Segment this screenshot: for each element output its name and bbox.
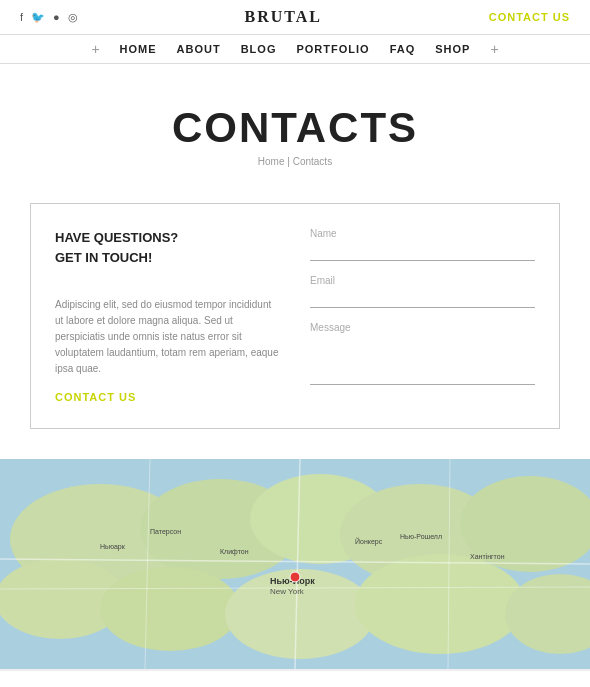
contact-section: HAVE QUESTIONS? GET IN TOUCH! Adipiscing… [0, 183, 590, 459]
contact-heading: HAVE QUESTIONS? GET IN TOUCH! [55, 228, 280, 267]
nav-blog[interactable]: BLOG [241, 43, 277, 55]
social-icons: f 🐦 ● ◎ [20, 11, 78, 24]
breadcrumb-current: Contacts [293, 156, 332, 167]
nav-shop[interactable]: SHOP [435, 43, 470, 55]
main-nav: + HOME ABOUT BLOG PORTFOLIO FAQ SHOP + [0, 35, 590, 64]
breadcrumb-home[interactable]: Home [258, 156, 285, 167]
twitter-icon[interactable]: 🐦 [31, 11, 45, 24]
svg-text:Хантінгтон: Хантінгтон [470, 553, 505, 560]
contact-right: Name Email Message [310, 228, 535, 404]
svg-text:Клифтон: Клифтон [220, 548, 249, 556]
svg-text:Йонкерс: Йонкерс [355, 537, 383, 546]
message-field: Message [310, 322, 535, 388]
contact-us-button[interactable]: CONTACT US [55, 391, 136, 403]
name-input[interactable] [310, 241, 535, 261]
email-input[interactable] [310, 288, 535, 308]
svg-text:New York: New York [270, 587, 305, 596]
page-title: CONTACTS [20, 104, 570, 152]
name-label: Name [310, 228, 535, 239]
email-field: Email [310, 275, 535, 308]
svg-point-9 [355, 554, 525, 654]
site-logo[interactable]: BRUTAL [244, 8, 322, 26]
nav-plus-right[interactable]: + [490, 41, 498, 57]
top-contact-link[interactable]: CONTACT US [489, 11, 570, 23]
nav-home[interactable]: HOME [120, 43, 157, 55]
nav-plus-left[interactable]: + [91, 41, 99, 57]
contact-left: HAVE QUESTIONS? GET IN TOUCH! Adipiscing… [55, 228, 280, 404]
email-label: Email [310, 275, 535, 286]
svg-point-24 [290, 572, 300, 582]
instagram-icon[interactable]: ◎ [68, 11, 78, 24]
breadcrumb: Home | Contacts [20, 156, 570, 167]
facebook-icon[interactable]: f [20, 11, 23, 23]
contact-box: HAVE QUESTIONS? GET IN TOUCH! Adipiscing… [30, 203, 560, 429]
svg-text:Ньюарк: Ньюарк [100, 543, 126, 551]
page-title-section: CONTACTS Home | Contacts [0, 64, 590, 183]
footer-top: CONTACTS US Zürich, Switzerland Bahnhofs… [0, 669, 590, 687]
nav-portfolio[interactable]: PORTFOLIO [296, 43, 369, 55]
map-svg: Нью-Йорк New York Йонкерс Нью-Рошелл Пат… [0, 459, 590, 669]
pinterest-icon[interactable]: ● [53, 11, 60, 23]
contact-body-text: Adipiscing elit, sed do eiusmod tempor i… [55, 297, 280, 377]
nav-faq[interactable]: FAQ [390, 43, 416, 55]
map-section: Нью-Йорк New York Йонкерс Нью-Рошелл Пат… [0, 459, 590, 669]
message-label: Message [310, 322, 535, 333]
message-input[interactable] [310, 335, 535, 385]
name-field: Name [310, 228, 535, 261]
nav-about[interactable]: ABOUT [177, 43, 221, 55]
svg-text:Патерсон: Патерсон [150, 528, 181, 536]
top-bar: f 🐦 ● ◎ BRUTAL CONTACT US [0, 0, 590, 35]
svg-text:Нью-Рошелл: Нью-Рошелл [400, 533, 442, 540]
svg-point-7 [100, 567, 240, 651]
